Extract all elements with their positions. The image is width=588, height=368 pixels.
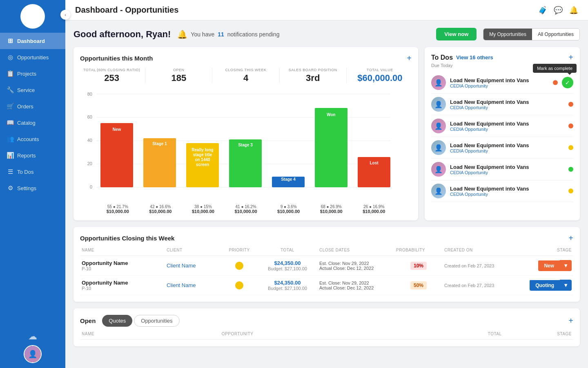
stat-total-label: TOTAL (60% CLOSING RATIO)	[80, 68, 143, 72]
td-name: Opportunity Name P-10	[82, 260, 163, 271]
todo-item-name: Load New Equipment into Vans	[450, 164, 564, 170]
open-add-button[interactable]: +	[568, 316, 573, 325]
dashboard-main-row: Opportunities this Month + TOTAL (60% CL…	[74, 47, 580, 220]
th-close: CLOSE DATES	[319, 248, 393, 252]
stat-position-label: SALES BOARD POSITION	[281, 68, 345, 72]
closing-add-button[interactable]: +	[568, 233, 573, 243]
todo-item-sub[interactable]: CEDIA Opportunity	[450, 148, 564, 153]
stats-row: TOTAL (60% CLOSING RATIO) 253 OPEN 185 C…	[80, 68, 412, 83]
my-opportunities-button[interactable]: My Opportunities	[483, 29, 532, 40]
todo-content: Load New Equipment into Vans CEDIA Oppor…	[450, 99, 564, 110]
todo-item-sub[interactable]: CEDIA Opportunity	[450, 192, 564, 197]
todo-item-sub[interactable]: CEDIA Opportunity	[450, 170, 564, 175]
th-client: CLIENT	[167, 248, 220, 252]
settings-icon: ⚙	[7, 184, 14, 192]
bar-chart-svg: 80 60 40 20 0 New Stage 1	[80, 90, 412, 196]
sidebar-item-reports[interactable]: 📊 Reports	[0, 147, 65, 164]
td-client[interactable]: Client Name	[167, 263, 220, 269]
todo-item-sub[interactable]: CEDIA Opportunity	[450, 83, 549, 88]
view-others-link[interactable]: View 16 others	[456, 54, 493, 61]
all-opportunities-button[interactable]: All Opportunities	[532, 29, 579, 40]
greeting-text: Good afternoon, Ryan!	[74, 29, 171, 40]
bar-label-stage1: 42 ● 16.6% $10,000.00	[139, 204, 182, 214]
td-client[interactable]: Client Name	[167, 282, 220, 288]
th-name: NAME	[82, 248, 163, 252]
svg-text:20: 20	[87, 161, 92, 166]
td-created: Created on Feb 27, 2023	[444, 283, 506, 288]
todo-add-button[interactable]: +	[568, 53, 573, 62]
svg-text:New: New	[113, 127, 121, 132]
sidebar-item-label: To Dos	[17, 169, 33, 175]
th-stage: STAGE	[509, 248, 572, 252]
stat-closing-label: CLOSING THIS WEEK	[214, 68, 277, 72]
sidebar-item-orders[interactable]: 🛒 Orders	[0, 98, 65, 114]
mark-complete-button[interactable]: ✓ Mark as complete	[562, 77, 573, 88]
svg-text:Won: Won	[327, 112, 335, 117]
bar-label-won: 68 ● 26.9% $10,000.00	[310, 204, 353, 214]
td-name: Opportunity Name P-10	[82, 280, 163, 291]
main-content: Dashboard - Opportunities 🧳 💬 🔔 Good aft…	[65, 0, 588, 368]
svg-text:0: 0	[90, 184, 92, 189]
sidebar-item-settings[interactable]: ⚙ Settings	[0, 180, 65, 196]
welcome-bar: Good afternoon, Ryan! 🔔 You have 11 noti…	[74, 28, 580, 40]
projects-icon: 📋	[7, 70, 14, 77]
tab-opportunities[interactable]: Opportunities	[134, 315, 179, 327]
stage-badge[interactable]: New ▼	[538, 260, 572, 271]
view-now-button[interactable]: View now	[436, 28, 477, 40]
todo-item-name: Load New Equipment into Vans	[450, 121, 564, 127]
accounts-icon: 👥	[7, 135, 14, 143]
oth-name: NAME	[82, 332, 222, 336]
sidebar-item-label: Accounts	[17, 136, 39, 142]
chart-add-button[interactable]: +	[407, 54, 412, 63]
sidebar-item-label: Settings	[17, 185, 36, 191]
stat-open-value: 185	[147, 73, 210, 83]
chat-icon[interactable]: 💬	[554, 6, 563, 15]
th-created: CREATED ON	[444, 248, 506, 252]
sidebar-collapse-button[interactable]: ‹	[60, 10, 70, 20]
sidebar-item-catalog[interactable]: 📖 Catalog	[0, 114, 65, 131]
sidebar-navigation: ⊞ Dashboard ◎ Opportunities 📋 Projects 🔧…	[0, 33, 65, 326]
avatar-image: 👤	[24, 346, 41, 362]
td-close: Est. Close: Nov 29, 2022 Actual Close: D…	[319, 261, 393, 271]
notification-icon[interactable]: 🔔	[569, 6, 578, 15]
svg-text:on 1440: on 1440	[195, 157, 210, 162]
sidebar-item-label: Projects	[17, 71, 36, 77]
service-icon: 🔧	[7, 86, 14, 94]
est-close: Est. Close: Nov 29, 2022	[319, 261, 393, 266]
page-title: Dashboard - Opportunities	[75, 5, 178, 15]
todo-item-sub[interactable]: CEDIA Opportunity	[450, 127, 564, 132]
closing-title: Opportunities Closing this Week	[80, 235, 174, 242]
stage-badge[interactable]: Quoting ▼	[530, 280, 572, 291]
svg-text:40: 40	[87, 138, 92, 143]
todo-item: 👤 Load New Equipment into Vans CEDIA Opp…	[431, 180, 573, 202]
todo-content: Load New Equipment into Vans CEDIA Oppor…	[450, 121, 564, 132]
bar-chart-area: 80 60 40 20 0 New Stage 1	[80, 90, 412, 204]
sidebar-item-todos[interactable]: ☰ To Dos	[0, 164, 65, 180]
oth-stage: STAGE	[502, 332, 572, 336]
chart-title: Opportunities this Month	[80, 55, 153, 62]
sidebar-item-dashboard[interactable]: ⊞ Dashboard	[0, 33, 65, 49]
prob-badge: 10%	[410, 262, 427, 270]
bar-label-stage4: 9 ● 3.6% $10,000.00	[267, 204, 310, 214]
sidebar-item-projects[interactable]: 📋 Projects	[0, 65, 65, 82]
sidebar-item-opportunities[interactable]: ◎ Opportunities	[0, 49, 65, 65]
open-header-left: Open Quotes Opportunities	[80, 315, 180, 327]
sidebar-item-service[interactable]: 🔧 Service	[0, 82, 65, 98]
stage-dropdown-arrow[interactable]: ▼	[560, 260, 572, 271]
sidebar-item-accounts[interactable]: 👥 Accounts	[0, 131, 65, 147]
svg-text:Stage 1: Stage 1	[152, 141, 167, 146]
oth-opp: OPPORTUNITY	[222, 332, 432, 336]
todo-item: 👤 Load New Equipment into Vans CEDIA Opp…	[431, 159, 573, 180]
todo-item-sub[interactable]: CEDIA Opportunity	[450, 105, 564, 110]
stat-closing-value: 4	[214, 73, 277, 83]
sidebar-item-label: Service	[17, 87, 35, 93]
tab-quotes[interactable]: Quotes	[102, 315, 132, 327]
briefcase-icon[interactable]: 🧳	[538, 6, 547, 15]
sidebar-item-label: Catalog	[17, 120, 36, 126]
total-budget: Budget: $27,100.00	[259, 286, 316, 291]
todo-item: 👤 Load New Equipment into Vans CEDIA Opp…	[431, 115, 573, 137]
todo-priority-dot	[553, 80, 558, 85]
stage-dropdown-arrow[interactable]: ▼	[560, 280, 572, 291]
sidebar: ‹ d ⊞ Dashboard ◎ Opportunities 📋 Projec…	[0, 0, 65, 368]
user-avatar[interactable]: 👤	[24, 345, 42, 363]
